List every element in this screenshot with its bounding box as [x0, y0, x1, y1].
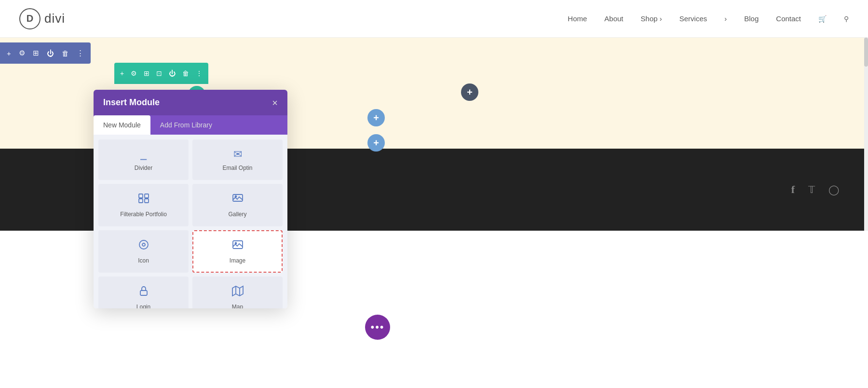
map-icon [232, 285, 244, 300]
module-label-icon: Icon [138, 257, 149, 264]
module-label-gallery: Gallery [228, 211, 246, 218]
module-item-icon[interactable]: Icon [98, 230, 189, 273]
nav-links: Home About Shop › Services › Blog Contac… [568, 14, 849, 23]
nav-contact[interactable]: Contact [776, 14, 801, 23]
insert-module-modal: Insert Module × New Module Add From Libr… [94, 90, 287, 308]
module-item-filterable-portfolio[interactable]: Filterable Portfolio [98, 184, 189, 226]
add-dark-button[interactable]: + [461, 83, 478, 101]
row-power-icon[interactable]: ⏻ [169, 69, 176, 77]
module-grid: ⎯ Divider ✉ Email Optin [98, 139, 283, 308]
tab-new-module[interactable]: New Module [94, 115, 150, 135]
logo-text: divi [44, 11, 65, 26]
divider-icon: ⎯ [140, 148, 147, 161]
search-icon[interactable]: ⚲ [844, 15, 849, 23]
toolbar-layout-icon[interactable]: ⊞ [33, 49, 39, 57]
module-label-map: Map [232, 304, 243, 308]
toolbar-delete-icon[interactable]: 🗑 [62, 49, 69, 57]
nav-services-arrow: › [724, 14, 727, 23]
module-item-image[interactable]: Image [192, 230, 283, 273]
module-label-filterable-portfolio: Filterable Portfolio [120, 211, 167, 218]
add-blue-button-2[interactable]: + [367, 134, 385, 152]
module-item-gallery[interactable]: Gallery [192, 184, 283, 226]
svg-rect-1 [145, 194, 149, 198]
row-toolbar: + ⚙ ⊞ ⊡ ⏻ 🗑 ⋮ [114, 63, 208, 84]
row-add-icon[interactable]: + [120, 69, 124, 77]
top-navigation: D divi Home About Shop › Services › Blog… [0, 0, 868, 38]
nav-services[interactable]: Services [679, 14, 707, 23]
cart-icon[interactable]: 🛒 [818, 15, 827, 23]
row-more-icon[interactable]: ⋮ [196, 69, 203, 77]
add-blue-button-1[interactable]: + [367, 109, 385, 126]
row-delete-icon[interactable]: 🗑 [182, 69, 189, 77]
toolbar-add-icon[interactable]: + [7, 49, 11, 57]
nav-about[interactable]: About [604, 14, 623, 23]
scrollbar[interactable] [864, 38, 868, 231]
svg-rect-3 [145, 199, 149, 203]
modal-header: Insert Module × [94, 90, 287, 115]
module-item-email-optin[interactable]: ✉ Email Optin [192, 139, 283, 180]
svg-marker-11 [232, 286, 243, 296]
instagram-icon[interactable]: ◯ [828, 184, 839, 195]
logo-icon: D [19, 8, 41, 29]
tab-add-from-library[interactable]: Add From Library [150, 115, 222, 135]
row-layout-icon[interactable]: ⊞ [144, 69, 149, 77]
module-label-login: Login [136, 304, 150, 308]
svg-rect-10 [140, 291, 147, 295]
svg-rect-0 [139, 194, 143, 198]
icon-module-icon [138, 239, 149, 253]
module-label-email-optin: Email Optin [222, 165, 252, 171]
editor-top-toolbar: + ⚙ ⊞ ⏻ 🗑 ⋮ [0, 42, 91, 64]
module-label-image: Image [230, 257, 245, 264]
module-item-login[interactable]: Login [98, 277, 189, 308]
main-content: f 𝕋 ◯ + ⚙ ⊞ ⊡ ⏻ 🗑 ⋮ + + + + ••• Insert M… [0, 38, 868, 388]
row-columns-icon[interactable]: ⊡ [156, 69, 162, 77]
module-item-map[interactable]: Map [192, 277, 283, 308]
facebook-icon[interactable]: f [791, 183, 795, 196]
nav-blog[interactable]: Blog [744, 14, 759, 23]
toolbar-more-icon[interactable]: ⋮ [77, 49, 84, 57]
svg-point-9 [235, 243, 236, 244]
login-icon [138, 285, 149, 300]
modal-close-button[interactable]: × [272, 98, 278, 108]
twitter-icon[interactable]: 𝕋 [808, 184, 815, 195]
filterable-portfolio-icon [138, 193, 149, 207]
scrollbar-thumb [864, 38, 868, 67]
nav-shop[interactable]: Shop › [641, 14, 662, 23]
modal-tabs: New Module Add From Library [94, 115, 287, 135]
toolbar-settings-icon[interactable]: ⚙ [19, 49, 25, 57]
module-item-divider[interactable]: ⎯ Divider [98, 139, 189, 180]
svg-rect-2 [139, 199, 143, 203]
site-logo[interactable]: D divi [19, 8, 65, 29]
modal-body: ⎯ Divider ✉ Email Optin [94, 135, 287, 308]
svg-point-7 [142, 243, 145, 246]
toolbar-power-icon[interactable]: ⏻ [47, 49, 54, 57]
email-optin-icon: ✉ [233, 148, 242, 161]
gallery-icon [232, 193, 244, 207]
row-settings-icon[interactable]: ⚙ [131, 69, 137, 77]
nav-home[interactable]: Home [568, 14, 587, 23]
module-label-divider: Divider [135, 165, 152, 171]
image-module-icon [232, 239, 244, 253]
dots-menu-button[interactable]: ••• [365, 315, 390, 340]
svg-point-5 [235, 196, 236, 197]
svg-point-6 [139, 240, 148, 249]
modal-title: Insert Module [103, 97, 160, 108]
